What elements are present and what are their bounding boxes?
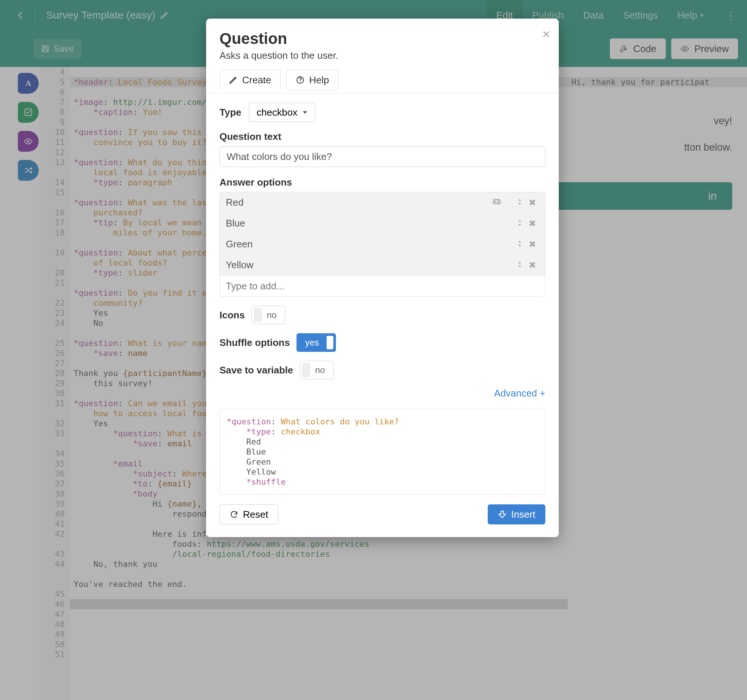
savevar-label: Save to variable [219,364,293,376]
close-button[interactable]: × [542,27,550,41]
sort-icon[interactable] [514,218,526,229]
savevar-row: Save to variable no [219,361,545,379]
svg-point-6 [494,201,496,203]
help-icon [296,76,305,85]
answer-text: Green [226,239,514,250]
tab-help[interactable]: Help [286,70,338,91]
sort-icon[interactable] [514,239,526,249]
svg-point-4 [300,82,301,82]
sort-icon[interactable] [514,260,526,271]
modal-subtitle: Asks a question to the user. [219,50,545,61]
icons-row: Icons no [219,306,545,324]
question-modal: × Question Asks a question to the user. … [206,18,559,537]
answers-label: Answer options [219,177,545,188]
type-row: Type checkbox [219,103,545,122]
answer-row[interactable]: Red✖ [220,192,545,213]
answer-row[interactable]: Yellow✖ [220,255,545,276]
answer-text: Yellow [226,259,514,271]
answer-row[interactable]: Green✖ [220,234,545,255]
question-text-label: Question text [219,131,545,142]
type-select[interactable]: checkbox [249,103,315,122]
modal-title: Question [219,30,545,48]
advanced-link[interactable]: Advanced + [219,387,545,399]
delete-icon[interactable]: ✖ [526,239,539,249]
sort-icon[interactable] [514,198,526,208]
icons-label: Icons [219,310,245,321]
answer-text: Red [226,197,489,208]
code-preview: *question: What colors do you like? *typ… [219,409,545,495]
answer-add-input[interactable] [226,280,539,292]
insert-button[interactable]: Insert [488,504,545,525]
shuffle-toggle[interactable]: yes [296,333,336,352]
shuffle-label: Shuffle options [219,337,290,349]
delete-icon[interactable]: ✖ [526,218,539,229]
shuffle-row: Shuffle options yes [219,333,545,352]
delete-icon[interactable]: ✖ [526,198,539,208]
delete-icon[interactable]: ✖ [526,260,539,271]
answer-row[interactable]: Blue✖ [220,213,545,234]
answer-add-row[interactable] [220,276,545,296]
question-text-input[interactable] [219,146,545,167]
modal-footer: Reset Insert [219,504,545,525]
answers-list: Red✖Blue✖Green✖Yellow✖ [219,192,545,297]
pencil-icon [229,76,238,85]
savevar-toggle[interactable]: no [300,361,334,379]
card-icon[interactable] [489,197,504,208]
tab-create[interactable]: Create [219,70,280,91]
modal-tabs: Create Help [219,70,545,91]
refresh-icon [230,510,239,519]
insert-icon [498,510,507,519]
reset-button[interactable]: Reset [219,504,278,525]
type-label: Type [219,107,242,118]
icons-toggle[interactable]: no [251,306,285,324]
caret-down-icon [303,111,307,114]
answer-text: Blue [226,218,514,229]
